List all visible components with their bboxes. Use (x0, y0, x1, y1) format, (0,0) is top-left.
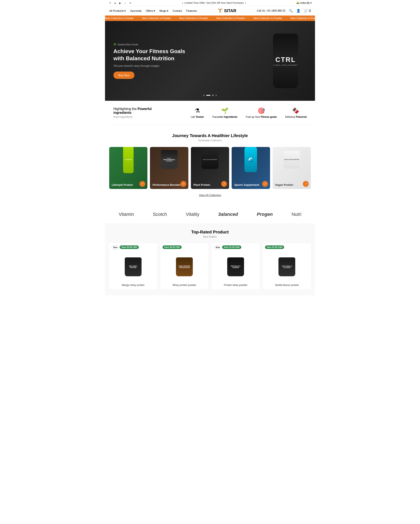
product-jar-2: WHEY PROTEIN CONCENTRATE (176, 257, 193, 276)
nav-features[interactable]: Features (186, 9, 197, 12)
view-all-link[interactable]: View All Collection (199, 193, 221, 197)
ticker-item: New Collection in Powder (179, 17, 208, 20)
product-jar-4: GYM VANILLA FLAVOUR (279, 257, 295, 276)
nav-blogs-label: Blogs (159, 9, 166, 12)
hero-badge: 🌿 Nutrient-Rich Foods (114, 43, 189, 46)
product-card-3[interactable]: New Save $1.00 USD PROTEIN NUT POWDER Pr… (212, 243, 260, 289)
collection-card-plant[interactable]: DAILY PLANT PROTEIN Plant Protein ↗ (191, 147, 229, 189)
nav-ayurveda[interactable]: Ayurveda (130, 9, 141, 12)
feature-traceable-label: Traceable Ingredients (212, 115, 237, 118)
logo-icon: 🏋 (218, 8, 223, 13)
hero-cta-button[interactable]: Buy Now (114, 71, 134, 79)
hero-next-button[interactable]: › (215, 93, 217, 97)
nav-right: Call Us: +91 1800 888 33 🔍 👤 🛒 0 (257, 9, 311, 13)
fitness-icon: 🎯 (246, 107, 277, 114)
collection-card-lifestyle[interactable]: NUTRITION Lifestyle Protein ↗ (109, 147, 148, 189)
nav-all-products[interactable]: All Products ▾ (109, 9, 126, 12)
hero-subtitle: Tell your brand's story through images (114, 64, 189, 67)
collection-card-vegan[interactable]: EVOLV VEGAN PROTEIN Vegan Protein ↗ (272, 147, 311, 189)
product-jar-3: PROTEIN NUT POWDER (227, 257, 244, 276)
hero-prev-button[interactable]: ‹ (203, 93, 205, 97)
card-arrow-sports[interactable]: ↗ (262, 181, 268, 187)
promo-next-button[interactable]: › (245, 1, 246, 5)
card-arrow-plant[interactable]: ↗ (221, 181, 227, 187)
collection-title: Journey Towards A Healthier Lifestyle (109, 133, 311, 138)
top-rated-title: Top-Rated Product (109, 230, 311, 235)
features-bar: Highlighting the Powerful ingredients fi… (105, 101, 315, 125)
ticker-bar: New Collection in Powder New Collection … (105, 16, 315, 21)
hero-dot-active (206, 95, 210, 96)
ticker-item: New Collection in Powder (291, 17, 315, 20)
card-label-performance: Performance Boosters (152, 183, 182, 186)
flavored-icon: 🍫 (285, 107, 306, 114)
hero-shaker: CTRL A MEAL REPLACEMENT (273, 34, 298, 88)
product-card-1[interactable]: New Save $2.00 USD 100% WHEY PROTEIN Man… (109, 243, 157, 289)
chevron-down-icon: ▾ (310, 1, 312, 4)
card-arrow-lifestyle[interactable]: ↗ (140, 181, 145, 187)
main-nav: All Products ▾ Ayurveda Offers ▾ Blogs ▾… (105, 6, 315, 16)
lifestyle-protein-visual: NUTRITION (120, 149, 137, 170)
product-img-1: 100% WHEY PROTEIN (112, 252, 155, 281)
facebook-icon[interactable]: 𝐟 (108, 1, 112, 5)
card-label-sports: Sports Supplement (234, 183, 259, 186)
hero-nav: ‹ › (203, 93, 217, 97)
product-card-2[interactable]: Save $2.00 USD WHEY PROTEIN CONCENTRATE … (160, 243, 208, 289)
plant-protein-visual: DAILY PLANT PROTEIN (201, 149, 219, 170)
vegan-jar-img: EVOLV VEGAN PROTEIN (283, 151, 300, 169)
card-arrow-vegan[interactable]: ↗ (303, 181, 309, 187)
brand-vitamin: Vitamin (119, 212, 134, 217)
feature-lab-tested: ⚗ Lab Tested (191, 107, 203, 118)
instagram-icon[interactable]: ◎ (114, 1, 117, 5)
collection-card-performance[interactable]: DAILY PERFORMANCE BOOSTERS Performance B… (150, 147, 188, 189)
feature-items: ⚗ Lab Tested 🌱 Traceable Ingredients 🎯 F… (191, 107, 306, 118)
ticker-item: New Collection in Powder (254, 17, 282, 20)
product-save-badge-4: Save $1.00 USD (265, 245, 284, 249)
nav-offers[interactable]: Offers ▾ (146, 9, 155, 12)
card-label-plant: Plant Protein (193, 183, 210, 186)
product-img-4: GYM VANILLA FLAVOUR (265, 252, 308, 281)
nav-contact-label: Contact (173, 9, 182, 12)
country-label: India ($) (300, 1, 310, 4)
brand-vitality: Vitality (186, 212, 199, 217)
nav-contact[interactable]: Contact (173, 9, 182, 12)
card-arrow-performance[interactable]: ↗ (180, 181, 186, 187)
ticker-item: New Collection in Powder (142, 17, 171, 20)
logo-text: SITAR (224, 9, 236, 13)
phone-label: Call Us: +91 1800 888 33 (257, 9, 285, 12)
hero-image: CTRL A MEAL REPLACEMENT (273, 21, 298, 101)
cart-button[interactable]: 🛒 0 (304, 9, 311, 13)
nav-blogs[interactable]: Blogs ▾ (159, 9, 168, 12)
collection-grid: NUTRITION Lifestyle Protein ↗ DAILY PERF… (109, 147, 311, 189)
ticker-content: New Collection in Powder New Collection … (105, 17, 315, 20)
product-save-badge-1: Save $2.00 USD (120, 245, 139, 249)
youtube-icon[interactable]: ▶ (118, 1, 122, 5)
product-card-4[interactable]: Save $1.00 USD GYM VANILLA FLAVOUR Vanil… (263, 243, 311, 289)
features-heading: Highlighting the Powerful ingredients (114, 107, 160, 115)
product-save-badge-2: Save $2.00 USD (163, 245, 182, 249)
nav-offers-label: Offers (146, 9, 153, 12)
nav-all-products-label: All Products (109, 9, 124, 12)
shaker-text: CTRL (273, 56, 298, 64)
product-name-3: Protein whey powder (214, 284, 257, 287)
nav-ayurveda-label: Ayurveda (130, 9, 141, 12)
view-all: View All Collection (109, 193, 311, 197)
search-button[interactable]: 🔍 (289, 9, 293, 13)
collection-card-sports[interactable]: 🌊 Sports Supplement ↗ (232, 147, 270, 189)
top-rated-section: Top-Rated Product Best Sellers New Save … (105, 223, 315, 295)
brand-balanced: 3alanced (218, 212, 238, 217)
twitter-icon[interactable]: ✕ (129, 1, 132, 5)
feature-fitness-label: Fuel up Your Fitness goals (246, 115, 277, 118)
card-label-vegan: Vegan Protein (275, 183, 293, 186)
ticker-item: New Collection in Powder (216, 17, 245, 20)
collection-section: Journey Towards A Healthier Lifestyle Es… (105, 125, 315, 205)
tiktok-icon[interactable]: ♪ (123, 1, 127, 5)
account-button[interactable]: 👤 (296, 9, 300, 13)
site-logo[interactable]: 🏋 SITAR (218, 8, 236, 13)
promo-prev-button[interactable]: ‹ (182, 1, 183, 5)
country-selector[interactable]: 🇮🇳 India ($) ▾ (296, 1, 312, 4)
lab-tested-icon: ⚗ (191, 107, 203, 114)
promo-text: Limited Time Offer: Get 20% Off Your Nex… (184, 1, 244, 4)
product-name-4: Vanilla flavour protein (265, 284, 308, 287)
feature-lab-label: Lab Tested (191, 115, 203, 118)
feature-flavored: 🍫 Delicious Flavored (285, 107, 306, 118)
